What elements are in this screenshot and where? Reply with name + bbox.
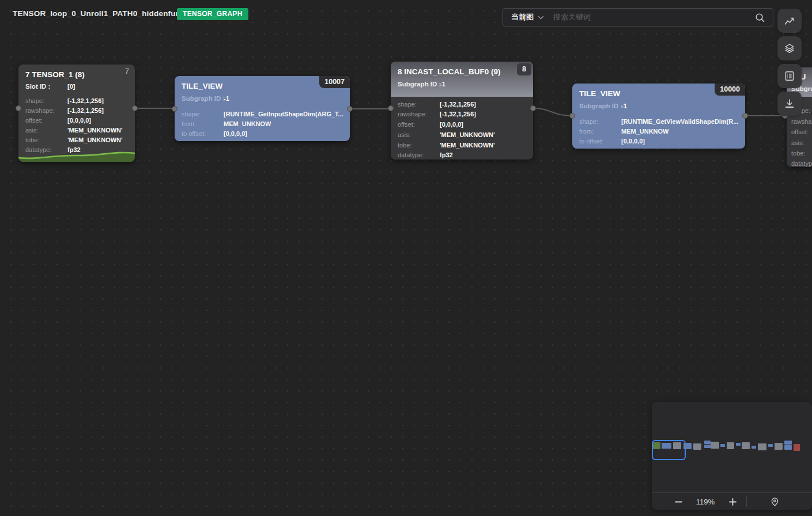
minimap-node-rect xyxy=(683,443,692,449)
minimap-node-rect xyxy=(704,441,711,444)
field-value: [0,0,0,0] xyxy=(67,117,91,124)
field-label: shape: xyxy=(182,111,201,117)
minimap-toolbar: 119% xyxy=(652,492,812,510)
minimap-node-rect xyxy=(751,446,756,449)
minimap-node-rect xyxy=(784,445,792,450)
field-label: asis: xyxy=(25,127,39,134)
field-value: MEM_UNKNOW xyxy=(224,120,271,127)
zoom-out-button[interactable] xyxy=(670,493,686,510)
minimap-node-rect xyxy=(727,442,734,449)
field-value: 'MEM_UNKNOWN' xyxy=(67,136,123,143)
edge xyxy=(534,108,571,116)
port[interactable] xyxy=(172,106,177,112)
field-label: shape: xyxy=(25,97,44,104)
tensor-graph-app: TENSOR_loop_0_Unroll1_PATH0_hiddenfunc0_… xyxy=(0,0,812,516)
document-list-button[interactable] xyxy=(777,64,802,88)
field-value: [RUNTIME_GetViewValidShapeDim(R... xyxy=(621,118,738,125)
trend-chart-icon xyxy=(784,15,795,26)
field-value: [0,0,0,0] xyxy=(621,138,645,145)
field-value: [-1,32,1,256] xyxy=(440,101,476,108)
field-value: 'MEM_UNKNOWN' xyxy=(67,127,123,134)
subgraph-id-label: Subgraph ID : xyxy=(182,95,225,102)
document-list-icon xyxy=(784,70,795,82)
field-label: shape: xyxy=(579,118,598,125)
field-label: to offset: xyxy=(182,130,206,137)
node-incast-local-buf0[interactable]: 8 8 INCAST_LOCAL_BUF0 (9) Subgraph ID :-… xyxy=(391,62,533,160)
field-label: to offset: xyxy=(579,138,603,145)
minimap-node-rect xyxy=(693,443,701,450)
zoom-in-button[interactable] xyxy=(724,493,741,510)
field-label: asis: xyxy=(398,131,411,138)
field-value: [-1,32,1,256] xyxy=(67,97,104,104)
plus-icon xyxy=(728,498,737,506)
port[interactable] xyxy=(132,105,138,111)
field-label: offset: xyxy=(398,121,415,128)
field-value: MEM_UNKNOW xyxy=(621,128,669,135)
node-corner-id: 10007 xyxy=(319,76,350,88)
minimap-node-rect xyxy=(704,445,711,448)
field-label: shape: xyxy=(398,101,417,108)
slot-id-value: [0] xyxy=(67,83,75,90)
minimap-node-rect xyxy=(768,444,773,447)
tensor-wave-decoration xyxy=(18,148,135,162)
locate-pin-button[interactable] xyxy=(766,493,783,510)
chevron-down-icon xyxy=(538,16,544,20)
field-label: tobe: xyxy=(398,142,411,149)
node-title: 8 INCAST_LOCAL_BUF0 (9) xyxy=(398,67,501,76)
search-icon[interactable] xyxy=(754,12,765,23)
field-label: from: xyxy=(182,120,196,127)
subgraph-id-value: -1 xyxy=(621,103,627,109)
subgraph-id-value: -1 xyxy=(224,95,229,102)
node-corner-id: 8 xyxy=(517,63,531,75)
toolbar-divider xyxy=(746,493,747,510)
minimap-node-rect xyxy=(673,442,681,449)
field-label: offset: xyxy=(791,128,809,135)
node-title: TILE_VIEW xyxy=(182,82,222,90)
minimap-node-rect xyxy=(711,442,719,449)
minus-icon xyxy=(674,498,683,506)
node-title: 7 TENSOR_1 (8) xyxy=(25,70,85,79)
field-label: datatype: xyxy=(398,151,424,158)
slot-id-label: Slot ID : xyxy=(25,83,50,90)
subgraph-id-value: -1 xyxy=(440,81,445,88)
port[interactable] xyxy=(742,113,748,119)
field-label: rawshape: xyxy=(25,107,55,114)
field-value: [-1,32,1,256] xyxy=(440,111,476,117)
search-scope-select[interactable]: 当前图 xyxy=(511,12,544,22)
search-bar[interactable]: 当前图 搜索关键词 xyxy=(503,8,773,26)
port[interactable] xyxy=(388,105,394,111)
zoom-level-label: 119% xyxy=(693,493,717,510)
location-pin-icon xyxy=(770,497,780,507)
layers-icon xyxy=(784,43,795,54)
subgraph-id-label: Subgraph ID : xyxy=(579,103,622,109)
port[interactable] xyxy=(569,113,575,119)
port[interactable] xyxy=(530,105,536,111)
minimap-panel: 119% xyxy=(652,402,812,510)
port[interactable] xyxy=(16,105,21,111)
node-corner-id: 7 xyxy=(125,67,129,75)
node-tile-view-10007[interactable]: 10007 TILE_VIEW Subgraph ID :-1 shape:[R… xyxy=(175,76,350,141)
search-input[interactable]: 搜索关键词 xyxy=(553,12,754,22)
port[interactable] xyxy=(347,106,353,112)
field-value: fp32 xyxy=(440,151,453,158)
field-label: from: xyxy=(579,128,594,135)
node-tile-view-10000[interactable]: 10000 TILE_VIEW Subgraph ID :-1 shape:[R… xyxy=(572,84,745,149)
download-button[interactable] xyxy=(777,92,802,116)
field-label: rawshape: xyxy=(791,118,812,125)
minimap-node-rect xyxy=(775,443,783,450)
layers-button[interactable] xyxy=(777,36,802,60)
field-value: [RUNTIME_GetInputShapeDim(ARG_T... xyxy=(224,111,343,117)
field-label: tobe: xyxy=(25,136,39,143)
minimap-node-rect xyxy=(742,442,750,449)
node-tensor-1[interactable]: 7 7 TENSOR_1 (8) Slot ID :[0] shape:[-1,… xyxy=(18,64,135,162)
minimap-node-rect xyxy=(784,441,792,445)
field-value: [0,0,0,0] xyxy=(224,130,247,137)
minimap-node-rect xyxy=(736,443,741,446)
minimap-node-rect xyxy=(758,443,766,450)
field-label: asis: xyxy=(791,139,805,146)
minimap-canvas[interactable] xyxy=(652,402,812,492)
node-title: TILE_VIEW xyxy=(579,89,620,98)
trend-chart-button[interactable] xyxy=(777,9,802,33)
node-corner-id: 10000 xyxy=(715,84,745,96)
minimap-node-rect xyxy=(662,443,671,449)
